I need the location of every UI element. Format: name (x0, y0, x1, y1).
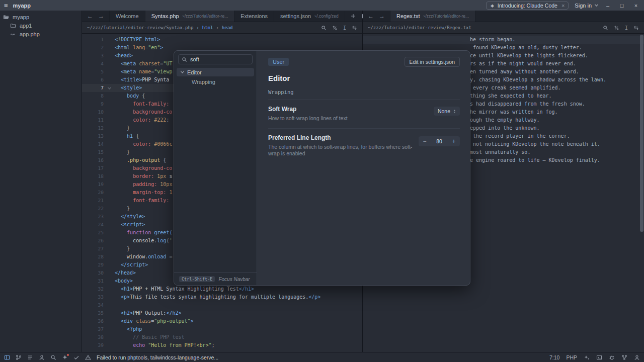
nav-back-icon[interactable]: ← (87, 13, 93, 20)
tab-syntax-php[interactable]: Syntax.php ~/zzz/Tutorial/editor-re... (145, 11, 235, 22)
code-line[interactable]: 35 <h2>PHP Output:</h2> (82, 309, 362, 317)
sign-in-button[interactable]: Sign in (575, 3, 598, 9)
code-line[interactable]: 34 (82, 301, 362, 309)
code-text: </style> (115, 213, 145, 221)
app-menu-icon[interactable]: ≡ (4, 2, 8, 9)
code-text: function greet( (115, 229, 172, 237)
cursor-position[interactable]: 7:10 (549, 354, 559, 360)
decrement-button[interactable]: − (419, 138, 431, 145)
collab-icon[interactable] (39, 354, 45, 360)
new-tab-icon[interactable] (350, 13, 356, 19)
fold-gutter (104, 100, 115, 108)
code-line[interactable]: 1<!DOCTYPE html> (82, 36, 362, 44)
inline-assist-icon[interactable] (614, 25, 619, 31)
edit-in-settings-json-button[interactable]: Edit in settings.json (405, 57, 460, 67)
editor-controls-icon[interactable] (352, 25, 357, 31)
code-line[interactable]: 36 <div class="php-output"> (82, 317, 362, 325)
project-item-app-php[interactable]: app.php (0, 30, 82, 38)
code-line[interactable]: 38 // Basic PHP test (82, 333, 362, 341)
language-selector[interactable]: PHP (566, 354, 577, 360)
fold-gutter (104, 253, 115, 261)
copilot-icon[interactable] (621, 354, 627, 360)
scope-badge-user[interactable]: User (268, 58, 289, 66)
code-text: <h1>PHP + HTML Syntax Highlighting Test<… (115, 285, 254, 293)
code-text: // Basic PHP test (115, 333, 184, 341)
git-branch-icon[interactable] (16, 354, 22, 360)
search-icon (182, 57, 187, 62)
warning-icon[interactable] (85, 354, 91, 360)
soft-wrap-dropdown[interactable]: None ▲▼ (434, 107, 460, 116)
outline-icon[interactable] (27, 354, 33, 360)
line-number: 39 (82, 341, 104, 349)
claude-code-banner[interactable]: ∗ Introducing: Claude Code × (486, 2, 569, 10)
text-line[interactable]: he storm began. (363, 36, 644, 44)
fold-chevron-icon[interactable] (104, 84, 115, 92)
line-number: 15 (82, 148, 104, 156)
cursor-mode-icon[interactable]: I (625, 25, 628, 31)
tab-settings-json[interactable]: settings.json ~/.config/zed (274, 11, 345, 22)
line-number: 13 (82, 132, 104, 140)
stepper-value: 80 (431, 138, 448, 144)
buffer-search-icon[interactable] (603, 25, 608, 31)
fold-gutter (104, 140, 115, 148)
terminal-icon[interactable] (596, 354, 602, 360)
code-line[interactable]: 32 <h1>PHP + HTML Syntax Highlighting Te… (82, 285, 362, 293)
nav-label: Editor (187, 69, 202, 75)
code-text: </head> (115, 269, 136, 277)
line-number: 3 (82, 52, 104, 60)
code-text: <html lang="en"> (115, 44, 163, 52)
fold-gutter (104, 60, 115, 68)
project-item-label: myapp (13, 14, 29, 20)
inline-assist-icon[interactable] (332, 25, 338, 31)
assistant-sparkle-icon[interactable] (62, 354, 68, 360)
minimize-button[interactable]: – (604, 3, 612, 9)
editor-controls-icon[interactable] (633, 25, 639, 31)
tab-regex-txt[interactable]: Regex.txt ~/zzz/Tutorial/editor-re... (390, 11, 475, 22)
keybinding-action: Focus Navbar (218, 277, 250, 282)
status-message[interactable]: Failed to run phptools, tailwindcss-lang… (97, 354, 218, 360)
tab-welcome[interactable]: Welcome (110, 11, 145, 22)
increment-button[interactable]: + (448, 138, 460, 145)
project-item-myapp[interactable]: myapp (0, 13, 82, 21)
code-line[interactable]: 33 <p>This file tests syntax highlightin… (82, 293, 362, 301)
search-icon[interactable] (50, 354, 56, 360)
fold-gutter (104, 341, 115, 349)
settings-nav-editor[interactable]: Editor (177, 68, 254, 76)
fold-gutter (104, 221, 115, 229)
nav-back-icon[interactable]: ← (368, 13, 374, 20)
breadcrumb-right[interactable]: ~/zzz/Tutorial/editor-review/Regex.txt I (363, 22, 644, 34)
breadcrumb-left[interactable]: ~/zzz/Tutorial/editor-review/Syntax.php … (82, 22, 362, 34)
breadcrumb-path: ~/zzz/Tutorial/editor-review/Syntax.php (87, 25, 193, 30)
fold-gutter (104, 180, 115, 189)
debug-icon[interactable] (609, 354, 615, 360)
code-line[interactable]: 39 echo "Hello from PHP!<br>"; (82, 341, 362, 349)
code-line[interactable]: 37 <?php (82, 325, 362, 333)
line-number: 9 (82, 100, 104, 108)
titlebar-project-name[interactable]: myapp (13, 3, 31, 9)
fold-gutter (104, 189, 115, 197)
settings-search-input[interactable]: soft (178, 54, 253, 64)
tab-path: ~/zzz/Tutorial/editor-re... (423, 14, 469, 19)
buffer-search-icon[interactable] (321, 25, 327, 31)
fold-gutter (104, 156, 115, 164)
close-button[interactable]: × (632, 3, 640, 9)
settings-content: User Edit in settings.json Editor Wrappi… (257, 51, 470, 285)
fold-gutter (104, 164, 115, 172)
scrollbar-thumb[interactable] (640, 35, 643, 232)
tab-label: Welcome (116, 13, 139, 19)
nav-forward-icon[interactable]: → (379, 13, 385, 20)
panel-toggle-icon[interactable] (4, 354, 10, 360)
ai-icon[interactable] (584, 354, 590, 360)
nav-forward-icon[interactable]: → (98, 13, 104, 20)
maximize-button[interactable]: □ (618, 3, 626, 9)
check-icon[interactable] (73, 354, 79, 360)
line-number: 10 (82, 108, 104, 116)
profile-icon[interactable] (634, 354, 640, 360)
banner-close-icon[interactable]: × (561, 3, 565, 9)
fold-gutter (104, 309, 115, 317)
settings-nav-wrapping[interactable]: Wrapping (177, 77, 254, 86)
project-item-app1[interactable]: app1 (0, 21, 82, 30)
cursor-mode-icon[interactable]: I (343, 25, 346, 31)
banner-label: Introducing: Claude Code (498, 3, 557, 9)
tab-extensions[interactable]: Extensions (234, 11, 274, 22)
